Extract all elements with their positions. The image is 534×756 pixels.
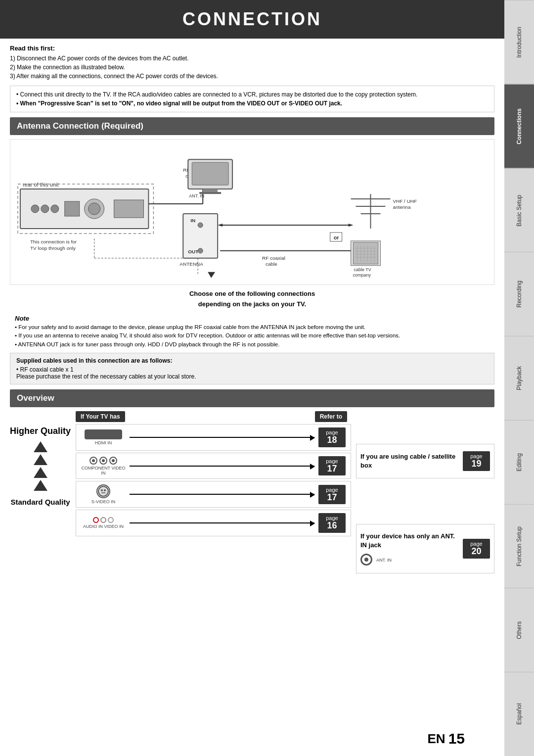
page-num-display: 15 (448, 730, 465, 747)
ant-center (364, 558, 368, 562)
table-header-row: If Your TV has Refer to (76, 411, 351, 422)
sidebar-tab-function-setup[interactable]: Function Setup (504, 504, 534, 588)
if-device-ant-box: If your device has only an ANT. IN jack … (356, 524, 494, 573)
svg-rect-5 (65, 201, 80, 216)
svg-point-59 (98, 486, 108, 496)
svg-text:antenna: antenna (393, 204, 410, 210)
header-refer-to: Refer to (315, 411, 347, 422)
step-2: 2) Make the connection as illustrated be… (10, 63, 494, 72)
supplied-cable-item-1: • RF coaxial cable x 1 (16, 366, 488, 373)
av-dot-red (93, 517, 99, 523)
overview-section: Overview Higher Quality Standard Qu (10, 389, 494, 573)
svg-point-7 (89, 203, 100, 215)
page-badge-20: page 20 (463, 539, 490, 559)
svg-marker-37 (218, 224, 222, 227)
tv-connections-column: If Your TV has Refer to HDMI IN (76, 411, 351, 538)
bullet-notes: • Connect this unit directly to the TV. … (10, 86, 494, 112)
dot-1 (89, 457, 97, 465)
connection-row-av: AUDIO IN VIDEO IN page 16 (76, 510, 351, 536)
svg-point-61 (104, 489, 106, 491)
connection-row-component: COMPONENT VIDEO IN page 17 (76, 453, 351, 479)
page-badge-16: page 16 (318, 513, 346, 533)
page-number-area: EN 15 (428, 730, 465, 747)
dot-3 (109, 457, 117, 465)
connection-arrow-4 (130, 522, 314, 523)
svg-rect-21 (203, 189, 218, 192)
sidebar-tab-basic-setup[interactable]: Basic Setup (504, 168, 534, 252)
svg-marker-38 (349, 224, 354, 227)
read-first-title: Read this first: (10, 45, 494, 52)
arrow-1 (34, 441, 47, 452)
svg-text:OUT: OUT (188, 249, 198, 254)
arrow-2 (34, 454, 47, 465)
bullet-note-1: • Connect this unit directly to the TV. … (16, 90, 488, 99)
note-section: Note • For your safety and to avoid dama… (10, 314, 494, 349)
svg-text:ANT. IN: ANT. IN (189, 193, 204, 198)
svg-point-3 (41, 205, 49, 213)
note-3: • ANTENNA OUT jack is for tuner pass thr… (15, 340, 494, 349)
svg-text:VHF / UHF: VHF / UHF (393, 198, 417, 204)
page-badge-17a: page 17 (318, 456, 346, 476)
read-first-section: Read this first: 1) Disconnect the AC po… (10, 45, 494, 81)
sidebar-tab-playback[interactable]: Playback (504, 336, 534, 420)
step-3: 3) After making all the connections, con… (10, 72, 494, 81)
quality-column: Higher Quality Standard Quality (10, 411, 71, 507)
svg-point-4 (51, 205, 59, 213)
sidebar-tab-recording[interactable]: Recording (504, 252, 534, 336)
note-title: Note (15, 314, 494, 324)
sidebar-tab-others[interactable]: Others (504, 588, 534, 672)
ant-icon-row: ANT. IN (360, 554, 459, 566)
right-sidebar: Introduction Connections Basic Setup Rec… (504, 0, 534, 756)
component-label: COMPONENT VIDEO IN (81, 466, 126, 475)
arrow-3 (34, 467, 47, 478)
note-2: • If you use an antenna to receive analo… (15, 331, 494, 340)
svg-rect-20 (192, 162, 228, 185)
if-using-cable-box: If you are using cable / satellite box p… (356, 444, 494, 478)
note-1: • For your safety and to avoid damage to… (15, 323, 494, 331)
svg-point-28 (198, 223, 203, 228)
supplied-cable-item-2: Please purchase the rest of the necessar… (16, 373, 488, 380)
connection-arrow-1 (130, 437, 314, 438)
if-using-cable-text: If you are using cable / satellite box (360, 452, 459, 470)
svg-marker-58 (208, 272, 215, 278)
page-badge-17b: page 17 (318, 485, 346, 505)
antenna-section-header: Antenna Connection (Required) (10, 117, 494, 135)
quality-high-label: Higher Quality (10, 426, 71, 437)
sidebar-tab-connections[interactable]: Connections (504, 84, 534, 168)
component-icon-area: COMPONENT VIDEO IN (81, 457, 126, 475)
ant-label: ANT. IN (376, 558, 392, 563)
svg-text:TV loop through only: TV loop through only (30, 245, 76, 251)
hdmi-label: HDMI IN (95, 440, 112, 445)
if-using-column: If you are using cable / satellite box p… (356, 411, 494, 573)
hdmi-connector (85, 429, 122, 439)
svg-text:company: company (353, 273, 371, 278)
svideo-connector (96, 484, 110, 498)
hdmi-icon-area: HDMI IN (81, 429, 126, 445)
av-dot-white (100, 517, 106, 523)
step-1: 1) Disconnect the AC power cords of the … (10, 54, 494, 63)
connection-arrow-2 (130, 466, 314, 467)
supplied-cables-title: Supplied cables used in this connection … (16, 357, 488, 364)
connection-row-hdmi: HDMI IN page 18 (76, 424, 351, 451)
main-content: CONNECTION Read this first: 1) Disconnec… (0, 0, 504, 756)
arrow-4 (34, 480, 47, 491)
spacer2 (356, 481, 494, 521)
svg-text:This connection is for: This connection is for (30, 239, 77, 244)
quality-low-label: Standard Quality (11, 498, 70, 506)
svg-text:or: or (334, 235, 340, 240)
antenna-diagram: rear of this unit This connection is for… (10, 139, 494, 285)
av-icon-area: AUDIO IN VIDEO IN (81, 517, 126, 529)
connection-arrow-3 (130, 494, 314, 495)
sidebar-tab-editing[interactable]: Editing (504, 420, 534, 504)
sidebar-tab-introduction[interactable]: Introduction (504, 0, 534, 84)
sidebar-tab-espanol[interactable]: Español (504, 672, 534, 756)
svg-text:RF coaxial: RF coaxial (262, 255, 285, 261)
if-device-content: If your device has only an ANT. IN jack … (360, 532, 459, 566)
connection-row-svideo: S-VIDEO IN page 17 (76, 481, 351, 508)
svg-text:rear of this unit: rear of this unit (23, 182, 59, 188)
svg-rect-8 (114, 200, 144, 218)
av-connectors (93, 517, 114, 523)
arrows-column (34, 440, 47, 492)
svg-point-2 (31, 205, 39, 213)
header-if-your-tv: If Your TV has (76, 411, 125, 422)
